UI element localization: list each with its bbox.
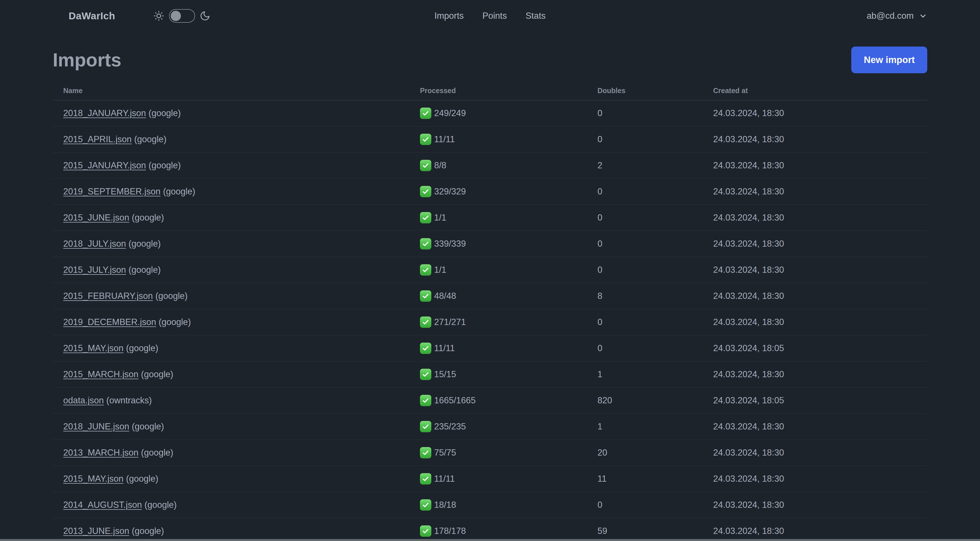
processed-cell: 178/178 xyxy=(409,525,587,537)
created-at-value: 24.03.2024, 18:30 xyxy=(713,160,784,170)
created-at-cell: 24.03.2024, 18:30 xyxy=(703,317,927,327)
processed-cell: 329/329 xyxy=(409,186,587,197)
new-import-button[interactable]: New import xyxy=(851,46,927,73)
success-check-icon xyxy=(420,108,431,119)
doubles-cell: 8 xyxy=(587,291,703,301)
import-file-link[interactable]: 2018_JULY.json xyxy=(63,239,126,249)
import-file-link[interactable]: 2015_JUNE.json xyxy=(63,212,129,223)
doubles-count: 0 xyxy=(597,500,602,510)
doubles-cell: 20 xyxy=(587,448,703,458)
doubles-cell: 0 xyxy=(587,317,703,327)
success-check-icon xyxy=(420,316,431,328)
table-row: 2015_JUNE.json(google) 1/1 0 24.03.2024,… xyxy=(53,205,927,231)
processed-count: 1/1 xyxy=(434,265,446,275)
created-at-cell: 24.03.2024, 18:30 xyxy=(703,134,927,144)
created-at-value: 24.03.2024, 18:30 xyxy=(713,317,784,327)
import-file-link[interactable]: odata.json xyxy=(63,396,104,405)
name-cell: 2015_FEBRUARY.json(google) xyxy=(53,291,409,301)
heading-row: Imports New import xyxy=(53,46,927,73)
import-source-label: (google) xyxy=(149,160,181,170)
table-row: 2013_MARCH.json(google) 75/75 20 24.03.2… xyxy=(53,440,927,466)
doubles-cell: 2 xyxy=(587,160,703,171)
created-at-value: 24.03.2024, 18:05 xyxy=(713,396,784,405)
navbar: DaWarIch Imports Points Stats ab@cd.com xyxy=(0,0,980,32)
doubles-count: 0 xyxy=(597,187,602,196)
import-file-link[interactable]: 2015_JANUARY.json xyxy=(63,160,146,170)
doubles-count: 820 xyxy=(597,396,612,405)
import-file-link[interactable]: 2015_MARCH.json xyxy=(63,369,138,379)
import-file-link[interactable]: 2013_MARCH.json xyxy=(63,448,138,458)
doubles-cell: 0 xyxy=(587,343,703,353)
success-check-icon xyxy=(420,369,431,380)
import-source-label: (google) xyxy=(141,448,173,458)
processed-cell: 48/48 xyxy=(409,290,587,302)
created-at-value: 24.03.2024, 18:30 xyxy=(713,134,784,144)
name-cell: 2015_JANUARY.json(google) xyxy=(53,160,409,171)
doubles-count: 2 xyxy=(597,160,602,170)
name-cell: 2015_APRIL.json(google) xyxy=(53,134,409,144)
success-check-icon xyxy=(420,238,431,249)
success-check-icon xyxy=(420,264,431,276)
nav-link-imports[interactable]: Imports xyxy=(434,11,464,21)
import-file-link[interactable]: 2013_JUNE.json xyxy=(63,526,129,536)
import-file-link[interactable]: 2019_SEPTEMBER.json xyxy=(63,187,161,196)
name-cell: 2015_JULY.json(google) xyxy=(53,265,409,275)
account-menu[interactable]: ab@cd.com xyxy=(867,11,927,21)
chevron-down-icon xyxy=(919,12,927,20)
processed-count: 1665/1665 xyxy=(434,396,476,405)
table-row: 2015_FEBRUARY.json(google) 48/48 8 24.03… xyxy=(53,283,927,310)
account-email: ab@cd.com xyxy=(867,11,914,21)
import-file-link[interactable]: 2018_JUNE.json xyxy=(63,421,129,431)
created-at-cell: 24.03.2024, 18:30 xyxy=(703,474,927,484)
doubles-cell: 0 xyxy=(587,108,703,118)
name-cell: 2018_JANUARY.json(google) xyxy=(53,108,409,118)
created-at-cell: 24.03.2024, 18:30 xyxy=(703,291,927,301)
horizontal-scrollbar[interactable] xyxy=(0,539,980,541)
import-file-link[interactable]: 2015_MAY.json xyxy=(63,474,124,484)
processed-count: 329/329 xyxy=(434,187,466,197)
nav-links: Imports Points Stats xyxy=(0,11,980,21)
processed-count: 339/339 xyxy=(434,239,466,249)
created-at-cell: 24.03.2024, 18:05 xyxy=(703,396,927,405)
processed-cell: 1/1 xyxy=(409,264,587,276)
import-file-link[interactable]: 2015_JULY.json xyxy=(63,265,126,275)
import-file-link[interactable]: 2019_DECEMBER.json xyxy=(63,317,156,327)
import-source-label: (owntracks) xyxy=(107,396,152,405)
created-at-value: 24.03.2024, 18:30 xyxy=(713,291,784,301)
processed-cell: 1665/1665 xyxy=(409,395,587,406)
import-file-link[interactable]: 2015_APRIL.json xyxy=(63,134,132,144)
import-source-label: (google) xyxy=(132,212,164,223)
import-source-label: (google) xyxy=(155,291,188,301)
created-at-cell: 24.03.2024, 18:05 xyxy=(703,343,927,353)
name-cell: odata.json(owntracks) xyxy=(53,396,409,405)
doubles-count: 0 xyxy=(597,343,602,353)
import-source-label: (google) xyxy=(163,187,196,196)
import-source-label: (google) xyxy=(149,108,181,118)
success-check-icon xyxy=(420,499,431,511)
nav-link-stats[interactable]: Stats xyxy=(525,11,546,21)
nav-link-points[interactable]: Points xyxy=(482,11,507,21)
imports-page: DaWarIch Imports Points Stats ab@cd.com xyxy=(0,0,980,541)
table-header: Name Processed Doubles Created at xyxy=(53,81,927,101)
table-row: 2015_JANUARY.json(google) 8/8 2 24.03.20… xyxy=(53,153,927,179)
column-header-name: Name xyxy=(53,86,409,95)
doubles-count: 1 xyxy=(597,369,602,379)
doubles-cell: 0 xyxy=(587,212,703,223)
processed-cell: 1/1 xyxy=(409,212,587,223)
column-header-doubles: Doubles xyxy=(587,86,703,95)
table-row: 2013_JUNE.json(google) 178/178 59 24.03.… xyxy=(53,518,927,541)
name-cell: 2015_MAY.json(google) xyxy=(53,343,409,353)
success-check-icon xyxy=(420,421,431,432)
imports-table-body: 2018_JANUARY.json(google) 249/249 0 24.0… xyxy=(53,101,927,541)
processed-cell: 11/11 xyxy=(409,343,587,354)
import-file-link[interactable]: 2015_FEBRUARY.json xyxy=(63,291,153,301)
name-cell: 2014_AUGUST.json(google) xyxy=(53,500,409,510)
import-file-link[interactable]: 2018_JANUARY.json xyxy=(63,108,146,118)
processed-count: 8/8 xyxy=(434,160,446,171)
import-source-label: (google) xyxy=(126,343,159,353)
main-content: Imports New import Name Processed Double… xyxy=(53,32,927,541)
import-file-link[interactable]: 2014_AUGUST.json xyxy=(63,500,142,510)
table-row: 2015_MARCH.json(google) 15/15 1 24.03.20… xyxy=(53,362,927,388)
created-at-value: 24.03.2024, 18:30 xyxy=(713,239,784,249)
import-file-link[interactable]: 2015_MAY.json xyxy=(63,343,124,353)
